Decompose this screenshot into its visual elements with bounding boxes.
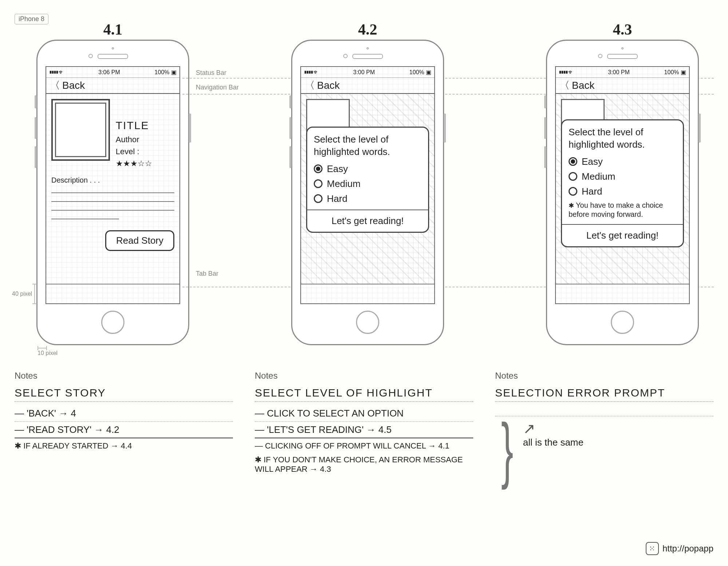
back-label: Back [317,80,340,91]
modal-prompt: Select the level of highlighted words. [314,133,422,158]
option-label: Hard [582,186,602,197]
option-label: Hard [327,193,347,204]
notes-title-1: SELECT STORY [15,387,233,402]
story-title: TITLE [116,117,174,133]
notes-title-3: SELECTION ERROR PROMPT [495,387,713,402]
signal-icon: ▮▮▮▮ ᯤ [559,69,573,76]
story-cover-image [51,99,110,161]
note-footnote: IF YOU DON'T MAKE CHOICE, AN ERROR MESSA… [255,452,473,475]
read-story-button[interactable]: Read Story [105,230,174,251]
option-label: Medium [327,178,360,190]
notes-title-2: SELECT LEVEL OF HIGHLIGHT [255,387,473,402]
battery-icon: 100% ▣ [664,69,686,76]
level-select-modal-error: Select the level of highlighted words. E… [561,119,684,247]
radio-unchecked-icon [314,194,323,203]
option-medium[interactable]: Medium [314,178,422,190]
ruler-vertical: 40 pixel [12,284,35,304]
option-medium[interactable]: Medium [569,171,676,182]
note-line: — 'BACK' → 4 [15,406,233,422]
note-footnote: IF ALREADY STARTED → 4.4 [15,438,233,452]
home-button-icon [356,311,379,334]
tab-bar [301,284,434,303]
home-button-icon [101,311,124,334]
radio-unchecked-icon [569,172,577,181]
radio-unchecked-icon [569,187,577,196]
chevron-left-icon: 〈 [50,79,60,92]
status-time: 3:00 PM [608,69,630,76]
notes-aside: all is the same [523,437,583,448]
arrow-doodle-icon: ↗ [523,420,583,437]
screen-number-1: 4.1 [103,21,123,38]
radio-checked-icon [569,157,577,166]
status-time: 3:00 PM [353,69,375,76]
app-icon: ⁙ [646,542,659,555]
battery-icon: 100% ▣ [410,69,431,76]
note-line-empty [495,406,713,416]
chevron-left-icon: 〈 [305,79,315,92]
footer-link[interactable]: ⁙ http://popapp [646,542,713,555]
back-button[interactable]: 〈 Back [305,79,340,92]
star-rating-icon: ★★★☆☆ [116,159,152,168]
screen-number-3: 4.3 [613,21,632,38]
modal-prompt: Select the level of highlighted words. [569,126,676,151]
notes-col-1: Notes SELECT STORY — 'BACK' → 4 — 'READ … [15,371,233,478]
notes-col-3: Notes SELECTION ERROR PROMPT } ↗ all is … [495,371,713,478]
footer-url: http://popapp [662,543,713,554]
description-label: Description . . . [51,176,174,184]
back-button[interactable]: 〈 Back [559,79,594,92]
story-author: Author [116,133,174,146]
lets-get-reading-button[interactable]: Let's get reading! [562,224,683,246]
option-label: Easy [582,156,603,167]
phone-frame-2: ▮▮▮▮ ᯤ 3:00 PM 100% ▣ 〈 Back Select the … [291,40,444,345]
label-tab-bar: Tab Bar [196,270,218,278]
option-easy[interactable]: Easy [314,163,422,175]
notes-col-2: Notes SELECT LEVEL OF HIGHLIGHT — CLICK … [255,371,473,478]
description-placeholder-lines [51,188,174,219]
chevron-left-icon: 〈 [559,79,570,92]
radio-unchecked-icon [314,179,323,188]
note-sub: — CLICKING OFF OF PROMPT WILL CANCEL → 4… [255,438,473,452]
back-label: Back [62,80,85,91]
signal-icon: ▮▮▮▮ ᯤ [49,69,64,76]
tab-bar [556,284,689,303]
note-line: — 'LET'S GET READING' → 4.5 [255,422,473,438]
phone-frame-1: 40 pixel 10 pixel Status Bar Navigation … [36,40,189,345]
home-button-icon [611,311,634,334]
status-time: 3:06 PM [98,69,120,76]
option-hard[interactable]: Hard [569,186,676,197]
notes-heading: Notes [15,371,233,381]
status-bar: ▮▮▮▮ ᯤ 3:00 PM 100% ▣ [301,67,434,78]
label-nav-bar: Navigation Bar [196,84,239,91]
signal-icon: ▮▮▮▮ ᯤ [304,69,318,76]
lets-get-reading-button[interactable]: Let's get reading! [307,210,428,232]
note-line: — CLICK TO SELECT AN OPTION [255,406,473,422]
tab-bar [46,284,179,303]
story-meta: TITLE Author Level : ★★★☆☆ [116,117,174,170]
phone-frame-3: ▮▮▮▮ ᯤ 3:00 PM 100% ▣ 〈 Back Select the … [546,40,699,345]
navigation-bar: 〈 Back [556,78,689,94]
label-status-bar: Status Bar [196,69,226,77]
back-button[interactable]: 〈 Back [50,79,85,92]
option-easy[interactable]: Easy [569,156,676,167]
notes-heading: Notes [495,371,713,381]
level-select-modal: Select the level of highlighted words. E… [306,127,429,233]
brace-icon: } [501,420,513,478]
note-line: — 'READ STORY' → 4.2 [15,422,233,438]
status-bar: ▮▮▮▮ ᯤ 3:00 PM 100% ▣ [556,67,689,78]
navigation-bar: 〈 Back [301,78,434,94]
notes-heading: Notes [255,371,473,381]
radio-checked-icon [314,164,323,173]
screen-number-2: 4.2 [358,21,377,38]
error-message: You have to make a choice before moving … [569,201,676,219]
option-label: Easy [327,163,348,175]
back-label: Back [572,80,594,91]
ruler-horizontal: 10 pixel [37,348,58,356]
story-level-label: Level : [116,147,139,156]
option-hard[interactable]: Hard [314,193,422,204]
battery-icon: 100% ▣ [155,69,177,76]
navigation-bar: 〈 Back [46,78,179,94]
option-label: Medium [582,171,615,182]
status-bar: ▮▮▮▮ ᯤ 3:06 PM 100% ▣ [46,67,179,78]
